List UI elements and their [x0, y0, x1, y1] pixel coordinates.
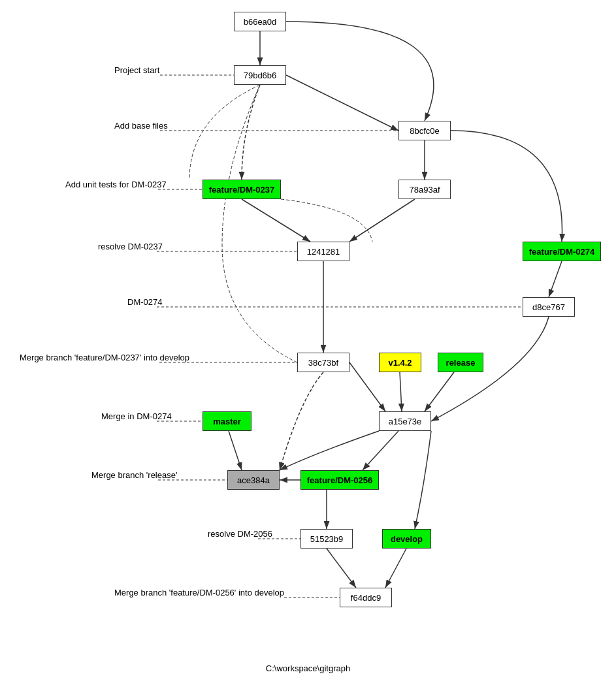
node-38c73bf: 38c73bf — [297, 353, 349, 372]
node-f64ddc9: f64ddc9 — [340, 588, 392, 607]
svg-line-16 — [549, 261, 562, 297]
node-release: release — [438, 353, 483, 372]
svg-line-20 — [425, 372, 454, 411]
label-9: Merge branch 'feature/DM-0256' into deve… — [114, 588, 284, 597]
label-6: Merge in DM-0274 — [101, 411, 172, 421]
node-feature_DM0274: feature/DM-0274 — [523, 242, 601, 261]
node-1241281: 1241281 — [297, 242, 349, 261]
node-feature_DM0256: feature/DM-0256 — [300, 470, 379, 490]
svg-line-15 — [349, 199, 415, 242]
node-master: master — [203, 411, 251, 431]
node-feature_DM0237: feature/DM-0237 — [203, 180, 281, 199]
node-v1_4_2: v1.4.2 — [379, 353, 421, 372]
graph-svg — [0, 0, 616, 685]
node-develop: develop — [382, 529, 431, 549]
label-2: Add unit tests for DM-0237 — [65, 180, 167, 189]
node-51523b9: 51523b9 — [300, 529, 353, 549]
label-1: Add base files — [114, 121, 168, 131]
footer-text: C:\workspace\gitgraph — [0, 663, 616, 673]
graph-container: b66ea0d79bd6b68bcfc0efeature/DM-023778a9… — [0, 0, 616, 685]
node-a15e73e: a15e73e — [379, 411, 431, 431]
label-3: resolve DM-0237 — [98, 242, 163, 251]
svg-line-14 — [242, 199, 310, 242]
svg-line-26 — [385, 549, 406, 588]
label-8: resolve DM-2056 — [208, 529, 272, 539]
node-ace384a: ace384a — [227, 470, 280, 490]
node-79bd6b6: 79bd6b6 — [234, 65, 286, 85]
label-7: Merge branch 'release' — [91, 470, 177, 480]
node-b66ea0d: b66ea0d — [234, 12, 286, 31]
svg-line-22 — [363, 431, 398, 470]
label-4: DM-0274 — [127, 297, 162, 307]
svg-line-19 — [400, 372, 402, 411]
node-78a93af: 78a93af — [398, 180, 451, 199]
svg-line-12 — [286, 75, 398, 131]
label-0: Project start — [114, 65, 159, 75]
node-d8ce767: d8ce767 — [523, 297, 575, 317]
label-5: Merge branch 'feature/DM-0237' into deve… — [20, 353, 189, 362]
node-8bcfc0e: 8bcfc0e — [398, 121, 451, 140]
svg-line-25 — [327, 549, 356, 588]
svg-line-21 — [229, 431, 242, 470]
